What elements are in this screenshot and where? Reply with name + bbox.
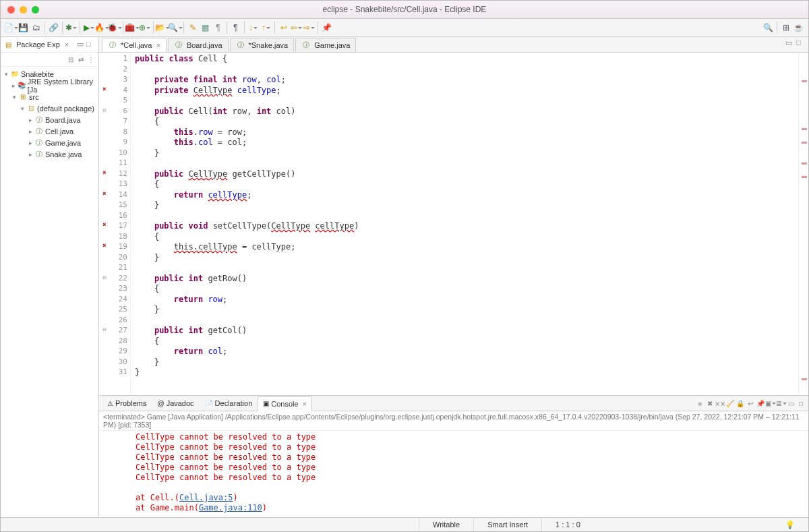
new-type-icon[interactable]: ⊕ [139,22,150,34]
java-perspective-icon[interactable]: ☕ [793,22,804,34]
app-window: eclipse - Snakebite/src/Cell.java - Ecli… [0,0,809,532]
console-output[interactable]: CellType cannot be resolved to a typeCel… [99,431,808,517]
java-file-icon: Ⓙ [236,40,245,50]
editor-maximize-icon[interactable]: □ [796,38,806,48]
close-tab-icon[interactable]: × [156,41,160,49]
package-explorer-toolbar: ⊟ ⇄ ⋮ [1,53,98,67]
file-node-cell[interactable]: ▸ⒿCell.java [1,125,98,137]
editor-area: Ⓙ*Cell.java×ⒿBoard.javaⒿ*Snake.javaⒿGame… [99,37,808,517]
tab-label: Javadoc [167,399,194,407]
code-content[interactable]: public class Cell { private final int ro… [131,53,798,395]
status-cursor-position: 1 : 1 : 0 [541,518,594,531]
bottom-tab-console[interactable]: ▣Console× [258,396,312,411]
save-all-icon[interactable]: 🗂 [30,22,42,34]
pin-icon[interactable]: 📌 [321,22,332,34]
minimize-view-icon[interactable]: ▭ [77,40,86,49]
status-writable: Writable [419,518,473,531]
editor-tab[interactable]: Ⓙ*Cell.java× [102,38,167,52]
default-package-node[interactable]: ▾⊡(default package) [1,102,98,114]
editor-tab[interactable]: Ⓙ*Snake.java [230,38,295,52]
bottom-tab-declaration[interactable]: 📄Declaration [200,396,258,411]
search-icon[interactable]: 🔍 [169,22,181,34]
bottom-tabs: ⚠Problems@Javadoc📄Declaration▣Console× ■… [99,396,808,411]
coverage-icon[interactable]: 🔥 [96,22,107,34]
link-editor-icon[interactable]: ⇄ [76,55,86,64]
ext-tools-icon[interactable]: 🧰 [126,22,138,34]
quick-access-icon[interactable]: 🔍 [762,22,774,34]
stack-trace-link[interactable]: Game.java:110 [199,503,262,512]
back-icon[interactable]: ⇦ [291,22,302,34]
clear-console-icon[interactable]: 🧹 [725,398,735,408]
tip-icon[interactable]: 💡 [772,518,808,531]
terminate-icon[interactable]: ■ [695,398,705,408]
panel-minimize-icon[interactable]: ▭ [786,398,796,408]
close-tab-icon[interactable]: × [303,400,307,408]
tab-label: *Snake.java [249,41,289,49]
editor-tabs: Ⓙ*Cell.java×ⒿBoard.javaⒿ*Snake.javaⒿGame… [99,37,808,53]
editor-tab[interactable]: ⒿBoard.java [168,38,229,52]
display-console-icon[interactable]: ▣ [766,398,775,408]
package-explorer-title: Package Exp [16,40,60,49]
scroll-lock-icon[interactable]: 🔒 [736,398,745,408]
next-annotation-icon[interactable]: ↓ [247,22,259,34]
bottom-tab-javadoc[interactable]: @Javadoc [152,396,199,411]
file-node-snake[interactable]: ▸ⒿSnake.java [1,148,98,160]
toggle-block-icon[interactable]: ▦ [200,22,211,34]
package-explorer-header: ▤ Package Exp × ▭ □ [1,37,98,53]
tab-label: Game.java [314,41,350,49]
collapse-all-icon[interactable]: ⊟ [66,55,76,64]
open-perspective-icon[interactable]: ⊞ [780,22,791,34]
remove-launch-icon[interactable]: ✖ [705,398,715,408]
link-icon[interactable]: 🔗 [48,22,59,34]
console-toolbar: ■ ✖ ⨯⨯ 🧹 🔒 ↩ 📌 ▣ 🖥 ▭ □ [695,398,806,408]
overview-ruler[interactable] [798,53,808,395]
tab-label: Console [271,400,298,408]
panel-maximize-icon[interactable]: □ [796,398,806,408]
marker-ruler: ✖⊖✖✖✖✖⊖⊖ [99,53,110,395]
save-icon[interactable]: 💾 [18,22,29,34]
remove-all-icon[interactable]: ⨯⨯ [715,398,725,408]
prev-annotation-icon[interactable]: ↑ [260,22,272,34]
close-view-icon[interactable]: × [62,40,71,49]
editor-minimize-icon[interactable]: ▭ [785,38,795,48]
run-icon[interactable]: ▶ [83,22,94,34]
tab-label: Declaration [215,399,253,407]
file-node-board[interactable]: ▸ⒿBoard.java [1,114,98,125]
editor-tab[interactable]: ⒿGame.java [295,38,356,52]
file-node-game[interactable]: ▸ⒿGame.java [1,137,98,148]
toggle-mark-icon[interactable]: ✎ [187,22,198,34]
bottom-panel: ⚠Problems@Javadoc📄Declaration▣Console× ■… [99,395,808,517]
open-type-icon[interactable]: 📂 [156,22,168,34]
bottom-tab-problems[interactable]: ⚠Problems [102,396,152,411]
debug-icon[interactable]: 🐞 [109,22,120,34]
view-menu-icon[interactable]: ⋮ [86,55,96,64]
tab-icon: @ [157,400,164,407]
open-console-icon[interactable]: 🖥 [776,398,785,408]
tab-label: *Cell.java [121,41,152,49]
package-tree[interactable]: ▾📁Snakebite ▸📚JRE System Library [Ja ▾⊞s… [1,67,98,517]
toggle-whitespace-icon[interactable]: ¶ [212,22,224,34]
pilcrow-icon[interactable]: ¶ [230,22,241,34]
code-editor[interactable]: ✖⊖✖✖✖✖⊖⊖ 1234567891011121314151617181920… [99,53,808,395]
forward-icon[interactable]: ⇨ [303,22,315,34]
stack-trace-link[interactable]: Cell.java:5 [179,493,233,502]
bug-icon[interactable]: ✱ [65,22,77,34]
line-number-gutter: 1234567891011121314151617181920212223242… [110,53,131,395]
titlebar: eclipse - Snakebite/src/Cell.java - Ecli… [1,1,808,19]
last-edit-icon[interactable]: ↩ [278,22,289,34]
tab-label: Problems [115,399,146,407]
package-explorer: ▤ Package Exp × ▭ □ ⊟ ⇄ ⋮ ▾📁Snakebite ▸📚… [1,37,99,517]
tab-label: Board.java [187,41,222,49]
status-bar: Writable Smart Insert 1 : 1 : 0 💡 [1,517,808,531]
tab-icon: 📄 [205,400,213,407]
java-file-icon: Ⓙ [174,40,183,50]
word-wrap-icon[interactable]: ↩ [746,398,755,408]
tab-icon: ▣ [263,400,269,407]
maximize-view-icon[interactable]: □ [86,40,96,49]
workbench-body: ▤ Package Exp × ▭ □ ⊟ ⇄ ⋮ ▾📁Snakebite ▸📚… [1,37,808,517]
pin-console-icon[interactable]: 📌 [756,398,765,408]
java-file-icon: Ⓙ [301,40,311,50]
jre-node[interactable]: ▸📚JRE System Library [Ja [1,80,98,91]
main-toolbar: 📄 💾 🗂 🔗 ✱ ▶ 🔥 🐞 🧰 ⊕ 📂 🔍 ✎ ▦ ¶ ¶ ↓ ↑ ↩ ⇦ … [1,19,808,37]
new-icon[interactable]: 📄 [5,22,16,34]
